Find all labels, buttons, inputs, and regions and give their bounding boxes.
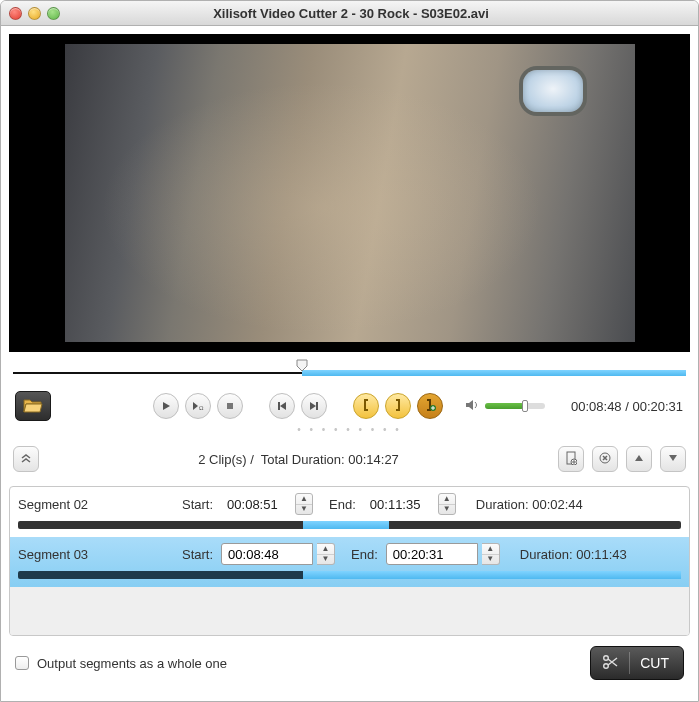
page-add-icon — [565, 451, 577, 468]
svg-point-16 — [604, 655, 609, 660]
chevron-double-up-icon — [20, 452, 32, 467]
svg-marker-1 — [163, 402, 170, 410]
new-segment-button[interactable] — [417, 393, 443, 419]
output-whole-label: Output segments as a whole one — [37, 656, 227, 671]
bracket-open-icon — [361, 399, 371, 414]
segment-end-stepper[interactable]: ▲▼ — [438, 493, 456, 515]
segment-end-label: End: — [329, 497, 356, 512]
delete-x-icon — [599, 452, 611, 467]
segment-range-bar — [18, 571, 681, 579]
svg-marker-7 — [310, 402, 316, 410]
playback-toolbar: Ω — [9, 384, 690, 428]
play-to-end-icon: Ω — [192, 401, 204, 411]
move-up-button[interactable] — [626, 446, 652, 472]
svg-point-17 — [604, 663, 609, 668]
window-controls — [9, 7, 60, 20]
timeline-container — [9, 352, 690, 384]
volume-slider[interactable] — [485, 403, 545, 409]
svg-rect-4 — [227, 403, 233, 409]
stop-button[interactable] — [217, 393, 243, 419]
collapse-panel-button[interactable] — [13, 446, 39, 472]
output-whole-checkbox[interactable] — [15, 656, 29, 670]
total-time: 00:20:31 — [632, 399, 683, 414]
content-area: Ω — [1, 26, 698, 690]
triangle-up-icon — [633, 452, 645, 466]
segment-start-label: Start: — [182, 547, 213, 562]
segment-start-stepper[interactable]: ▲▼ — [317, 543, 335, 565]
open-file-button[interactable] — [15, 391, 51, 421]
stop-icon — [225, 401, 235, 411]
play-button[interactable] — [153, 393, 179, 419]
segment-start-value: 00:08:51 — [221, 497, 291, 512]
close-window-button[interactable] — [9, 7, 22, 20]
play-icon — [161, 401, 171, 411]
summary-bar: 2 Clip(s) / Total Duration: 00:14:27 — [9, 438, 690, 480]
skip-prev-icon — [277, 401, 287, 411]
timeline-track[interactable] — [13, 360, 686, 380]
play-end-button[interactable]: Ω — [185, 393, 211, 419]
segment-name: Segment 02 — [18, 497, 178, 512]
segments-list: Segment 02 Start: 00:08:51▲▼ End: 00:11:… — [9, 486, 690, 636]
cut-button[interactable]: CUT — [590, 646, 684, 680]
folder-open-icon — [23, 397, 43, 416]
prev-frame-button[interactable] — [269, 393, 295, 419]
next-frame-button[interactable] — [301, 393, 327, 419]
svg-marker-2 — [193, 402, 198, 410]
move-down-button[interactable] — [660, 446, 686, 472]
app-window: Xilisoft Video Cutter 2 - 30 Rock - S03E… — [0, 0, 699, 702]
playback-time: 00:08:48 / 00:20:31 — [571, 399, 683, 414]
scissors-icon — [601, 653, 619, 674]
video-frame — [65, 44, 635, 342]
segment-end-label: End: — [351, 547, 378, 562]
segment-row[interactable]: Segment 03 Start: ▲▼ End: ▲▼ Duration: 0… — [10, 537, 689, 587]
svg-marker-15 — [669, 455, 677, 461]
svg-marker-10 — [466, 400, 473, 410]
segments-empty-area — [10, 587, 689, 635]
segment-row[interactable]: Segment 02 Start: 00:08:51▲▼ End: 00:11:… — [10, 487, 689, 537]
volume-control — [465, 399, 545, 414]
minimize-window-button[interactable] — [28, 7, 41, 20]
titlebar: Xilisoft Video Cutter 2 - 30 Rock - S03E… — [1, 1, 698, 26]
svg-marker-0 — [297, 360, 307, 371]
video-preview[interactable] — [9, 34, 690, 352]
window-title: Xilisoft Video Cutter 2 - 30 Rock - S03E… — [72, 6, 690, 21]
svg-marker-6 — [280, 402, 286, 410]
timeline-playhead-handle[interactable] — [295, 358, 309, 372]
segment-start-label: Start: — [182, 497, 213, 512]
svg-marker-14 — [635, 455, 643, 461]
segment-duration: Duration: 00:02:44 — [476, 497, 583, 512]
segment-name: Segment 03 — [18, 547, 178, 562]
bracket-add-icon — [424, 399, 436, 414]
segment-end-stepper[interactable]: ▲▼ — [482, 543, 500, 565]
segment-end-input[interactable] — [386, 543, 478, 565]
segment-range-bar — [18, 521, 681, 529]
set-end-point-button[interactable] — [385, 393, 411, 419]
panel-drag-dots[interactable]: • • • • • • • • • — [9, 424, 690, 434]
svg-text:Ω: Ω — [199, 405, 204, 411]
segment-duration: Duration: 00:11:43 — [520, 547, 627, 562]
segment-end-value: 00:11:35 — [364, 497, 434, 512]
volume-thumb[interactable] — [522, 400, 528, 412]
skip-next-icon — [309, 401, 319, 411]
current-time: 00:08:48 — [571, 399, 622, 414]
svg-rect-8 — [316, 402, 318, 410]
svg-rect-5 — [278, 402, 280, 410]
cut-button-label: CUT — [640, 655, 669, 671]
zoom-window-button[interactable] — [47, 7, 60, 20]
segment-start-input[interactable] — [221, 543, 313, 565]
volume-icon[interactable] — [465, 399, 479, 414]
clips-summary-text: 2 Clip(s) / Total Duration: 00:14:27 — [39, 452, 558, 467]
segment-start-stepper[interactable]: ▲▼ — [295, 493, 313, 515]
bracket-close-icon — [393, 399, 403, 414]
delete-clip-button[interactable] — [592, 446, 618, 472]
set-start-point-button[interactable] — [353, 393, 379, 419]
footer-bar: Output segments as a whole one CUT — [9, 636, 690, 680]
add-clip-button[interactable] — [558, 446, 584, 472]
triangle-down-icon — [667, 452, 679, 466]
